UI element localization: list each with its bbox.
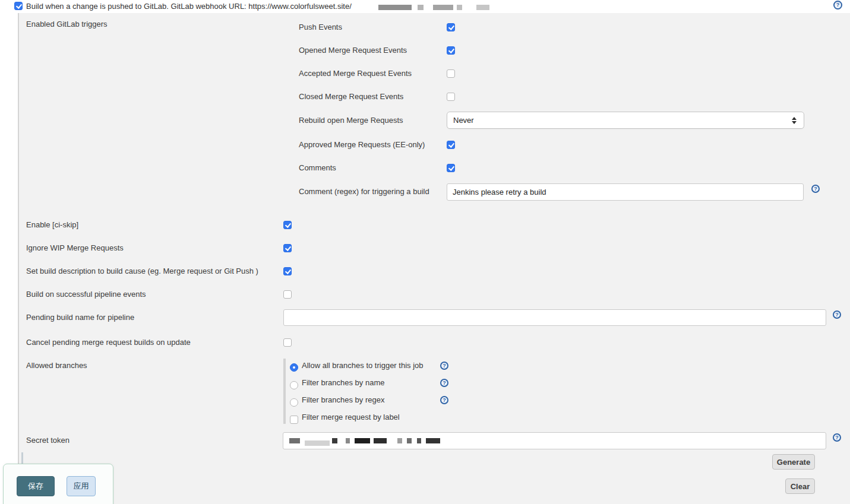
filter-branches-by-name-label: Filter branches by name [302,378,384,388]
push-events-label: Push Events [299,23,342,32]
ci-skip-checkbox[interactable] [283,221,292,229]
cancel-pending-label: Cancel pending merge request builds on u… [26,338,191,347]
save-button[interactable]: 保存 [17,476,55,496]
filter-branches-by-regex-label: Filter branches by regex [302,395,384,405]
secret-token-redacted [289,432,646,449]
opened-mr-events-checkbox[interactable] [447,46,455,55]
build-when-pushed-checkbox[interactable] [14,2,23,10]
trigger-section-panel [18,13,850,504]
rebuild-open-mr-label: Rebuild open Merge Requests [299,116,403,125]
pipeline-events-label: Build on successful pipeline events [26,290,146,299]
help-icon[interactable] [833,433,841,442]
enabled-triggers-label: Enabled GitLab triggers [26,20,108,29]
help-icon[interactable] [440,379,448,387]
accepted-mr-events-label: Accepted Merge Request Events [299,69,412,78]
ignore-wip-checkbox[interactable] [283,244,292,252]
closed-mr-events-checkbox[interactable] [447,93,455,101]
allow-all-branches-radio[interactable] [290,363,298,372]
filter-mr-by-label-label: Filter merge request by label [302,413,400,422]
comments-checkbox[interactable] [447,164,455,172]
accepted-mr-events-checkbox[interactable] [447,69,455,78]
filter-branches-by-name-radio[interactable] [290,381,298,389]
build-description-label: Set build description to build cause (eg… [26,267,258,276]
select-stepper-icon [792,117,798,124]
section-indent-line [21,452,23,464]
help-icon[interactable] [440,362,448,370]
rebuild-open-mr-selected-value: Never [453,116,474,125]
help-icon[interactable] [833,310,841,319]
secret-token-label: Secret token [26,436,69,445]
webhook-url-redacted [378,4,489,11]
build-description-checkbox[interactable] [283,267,292,275]
ci-skip-label: Enable [ci-skip] [26,220,78,230]
filter-branches-by-regex-radio[interactable] [290,398,298,407]
build-trigger-title: Build when a change is pushed to GitLab.… [26,2,352,11]
pending-build-name-input[interactable] [283,309,826,326]
allowed-branches-group-bar [283,359,286,424]
help-icon[interactable] [440,396,448,404]
closed-mr-events-label: Closed Merge Request Events [299,92,403,102]
comments-label: Comments [299,163,336,173]
build-trigger-header-row: Build when a change is pushed to GitLab.… [0,0,850,13]
comment-regex-input[interactable] [447,183,804,201]
apply-button[interactable]: 应用 [67,476,96,496]
clear-button[interactable]: Clear [785,478,815,494]
gitlab-trigger-config-page: Build when a change is pushed to GitLab.… [0,0,850,504]
approved-mr-label: Approved Merge Requests (EE-only) [299,140,425,150]
opened-mr-events-label: Opened Merge Request Events [299,46,407,55]
ignore-wip-label: Ignore WIP Merge Requests [26,243,124,253]
generate-button[interactable]: Generate [772,454,815,470]
pipeline-events-checkbox[interactable] [283,290,292,299]
rebuild-open-mr-select[interactable]: Never [447,112,804,129]
comment-regex-label: Comment (regex) for triggering a build [299,187,429,196]
filter-mr-by-label-checkbox[interactable] [290,416,298,424]
pending-build-name-label: Pending build name for pipeline [26,313,134,322]
allow-all-branches-label: Allow all branches to trigger this job [302,361,424,370]
help-icon[interactable] [811,185,820,193]
approved-mr-checkbox[interactable] [447,141,455,149]
help-icon[interactable] [833,1,842,9]
push-events-checkbox[interactable] [447,23,455,31]
cancel-pending-checkbox[interactable] [283,338,292,347]
allowed-branches-label: Allowed branches [26,361,87,370]
